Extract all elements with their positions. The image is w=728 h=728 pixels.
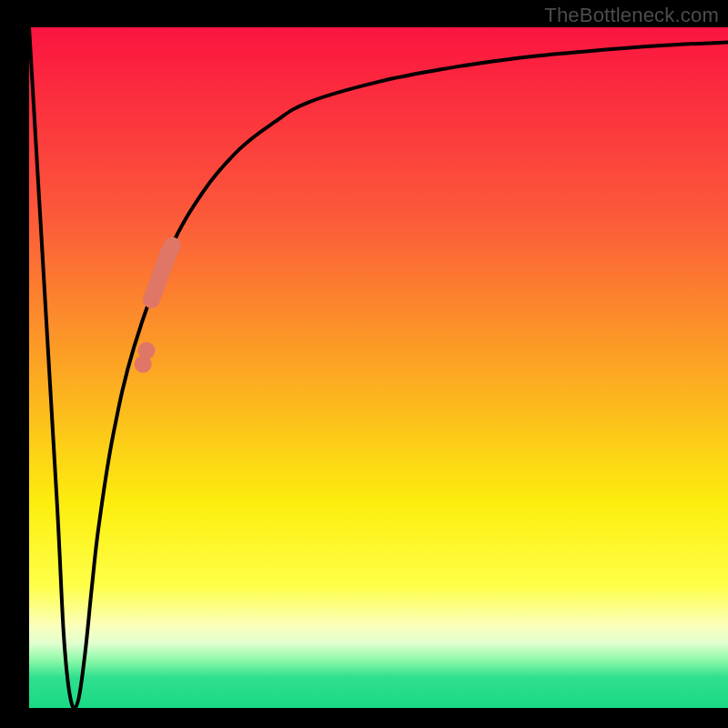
data-point: [164, 238, 181, 255]
data-point: [138, 342, 156, 359]
chart-svg: [0, 0, 728, 728]
plot-area: [29, 27, 728, 708]
watermark-text: TheBottleneck.com: [544, 4, 719, 27]
chart-stage: TheBottleneck.com: [0, 0, 728, 728]
